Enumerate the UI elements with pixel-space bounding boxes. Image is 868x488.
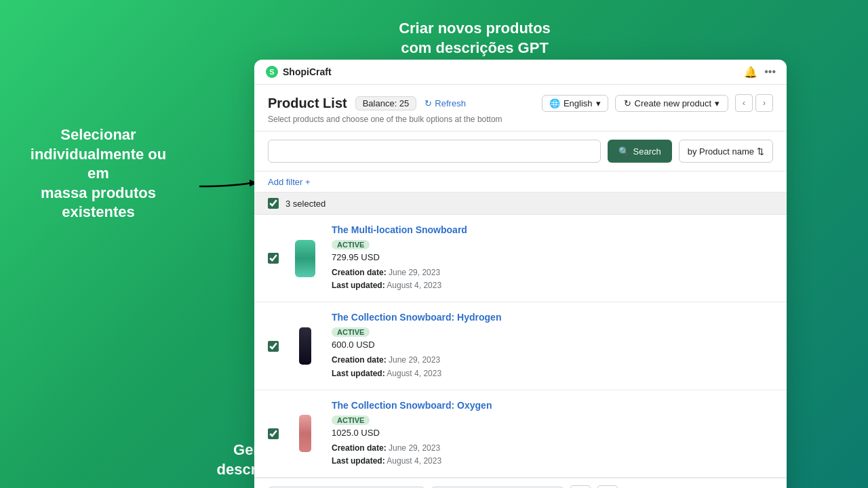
products-area: The Multi-location Snowboard ACTIVE 729.… [254,215,787,478]
product-name-3[interactable]: The Collection Snowboard: Oxygen [332,400,773,411]
header-top: Product List Balance: 25 ↻ Refresh 🌐 Eng… [268,94,773,112]
product-image-3 [288,413,322,454]
product-checkbox-1[interactable] [268,253,279,264]
refresh-icon: ↻ [425,98,432,108]
product-name-1[interactable]: The Multi-location Snowboard [332,224,773,235]
title-bar-right: 🔔 ••• [744,66,776,79]
search-input[interactable] [268,140,601,163]
language-button[interactable]: 🌐 English ▾ [542,95,608,112]
header-right: 🌐 English ▾ ↻ Create new product ▾ ‹ › [542,94,773,112]
product-name-2[interactable]: The Collection Snowboard: Hydrogen [332,312,773,323]
close-action-button[interactable]: X [570,485,591,488]
filter-row: Add filter + [254,171,787,192]
nav-next-button[interactable]: › [755,94,773,112]
more-actions-button[interactable]: ··· [597,485,618,488]
product-info-1: The Multi-location Snowboard ACTIVE 729.… [332,224,773,292]
balance-badge: Balance: 25 [355,96,417,110]
chevron-down-icon: ▾ [596,98,601,108]
header: Product List Balance: 25 ↻ Refresh 🌐 Eng… [254,85,787,131]
action-bar: Generate new product descriptions Improv… [254,478,787,488]
search-button[interactable]: 🔍 Search [608,140,672,163]
title-bar: S ShopiCraft 🔔 ••• [254,60,787,85]
refresh-icon-small: ↻ [624,98,631,108]
nav-arrows: ‹ › [735,94,773,112]
product-image-1 [288,238,322,279]
svg-text:S: S [269,68,274,76]
product-price-1: 729.95 USD [332,252,773,262]
product-checkbox-3[interactable] [268,428,279,439]
table-row: The Multi-location Snowboard ACTIVE 729.… [254,215,787,302]
app-title: ShopiCraft [283,66,332,77]
add-filter-button[interactable]: Add filter + [268,177,311,187]
snowboard-multi-visual [295,240,315,277]
nav-prev-button[interactable]: ‹ [735,94,753,112]
sort-chevron-icon: ⇅ [757,146,764,157]
shopcraft-icon: S [265,65,279,79]
search-section: 🔍 Search by Product name ⇅ [254,131,787,171]
status-badge-2: ACTIVE [332,327,370,337]
annotation-left: Selecionar individualmente ou em massa p… [20,125,176,222]
product-price-3: 1025.0 USD [332,428,773,438]
product-meta-2: Creation date: June 29, 2023 Last update… [332,354,773,380]
create-product-button[interactable]: ↻ Create new product ▾ [615,95,728,112]
product-image-2 [288,326,322,367]
annotation-top: Criar novos produtos com descrições GPT [380,19,570,58]
product-price-2: 600.0 USD [332,340,773,350]
chevron-down-icon-create: ▾ [715,98,719,108]
notification-button[interactable]: 🔔 [744,66,757,79]
header-left: Product List Balance: 25 ↻ Refresh [268,96,466,111]
sort-button[interactable]: by Product name ⇅ [679,140,773,163]
table-row: The Collection Snowboard: Oxygen ACTIVE … [254,390,787,478]
search-icon: 🔍 [618,146,629,157]
more-options-button[interactable]: ••• [764,66,776,78]
globe-icon: 🌐 [549,98,560,108]
snowboard-oxygen-visual [299,415,311,452]
product-info-2: The Collection Snowboard: Hydrogen ACTIV… [332,312,773,380]
app-window: S ShopiCraft 🔔 ••• Product List Balance:… [254,60,787,488]
selected-count: 3 selected [285,199,326,209]
product-meta-3: Creation date: June 29, 2023 Last update… [332,442,773,468]
status-badge-3: ACTIVE [332,415,370,425]
snowboard-hydrogen-visual [299,327,311,365]
select-all-checkbox[interactable] [268,198,279,209]
product-meta-1: Creation date: June 29, 2023 Last update… [332,266,773,292]
selected-bar: 3 selected [254,192,787,215]
title-bar-left: S ShopiCraft [265,65,332,79]
table-row: The Collection Snowboard: Hydrogen ACTIV… [254,302,787,390]
product-info-3: The Collection Snowboard: Oxygen ACTIVE … [332,400,773,468]
header-subtitle: Select products and choose one of the bu… [268,115,773,124]
product-checkbox-2[interactable] [268,341,279,352]
page-title: Product List [268,96,347,111]
status-badge-1: ACTIVE [332,240,370,249]
refresh-button[interactable]: ↻ Refresh [425,98,466,108]
